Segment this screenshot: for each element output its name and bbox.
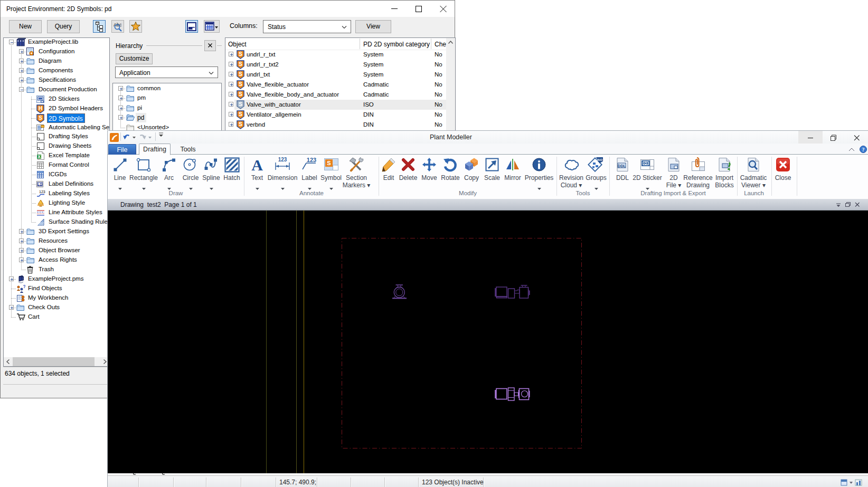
- svg-text:DDL: DDL: [618, 164, 626, 168]
- svg-text:S: S: [327, 160, 331, 166]
- svg-text:S: S: [239, 111, 242, 117]
- svg-text:S: S: [239, 101, 242, 107]
- svg-text:A: A: [251, 156, 263, 173]
- svg-text:S: S: [239, 51, 242, 57]
- svg-text:S: S: [239, 81, 242, 87]
- svg-text:?: ?: [862, 147, 865, 152]
- svg-text:S: S: [239, 91, 242, 97]
- svg-text:?: ?: [23, 284, 26, 289]
- svg-text:S: S: [39, 115, 42, 121]
- svg-text:H: H: [39, 106, 42, 111]
- svg-text:IAO: IAO: [597, 158, 602, 161]
- svg-text:123: 123: [307, 157, 316, 163]
- svg-text:123: 123: [278, 157, 287, 163]
- svg-text:123: 123: [39, 190, 45, 194]
- svg-text:LD: LD: [37, 183, 42, 186]
- svg-text:X: X: [37, 154, 41, 159]
- svg-text:S: S: [239, 61, 242, 67]
- svg-text:S: S: [239, 121, 242, 127]
- svg-text:S: S: [239, 71, 242, 77]
